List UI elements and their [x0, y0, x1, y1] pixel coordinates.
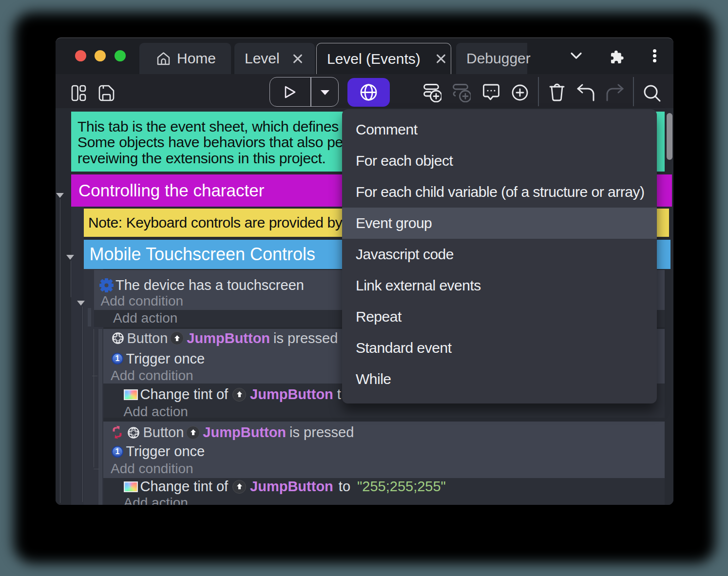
svg-text:1: 1 [115, 447, 119, 456]
svg-text:1: 1 [115, 354, 119, 363]
